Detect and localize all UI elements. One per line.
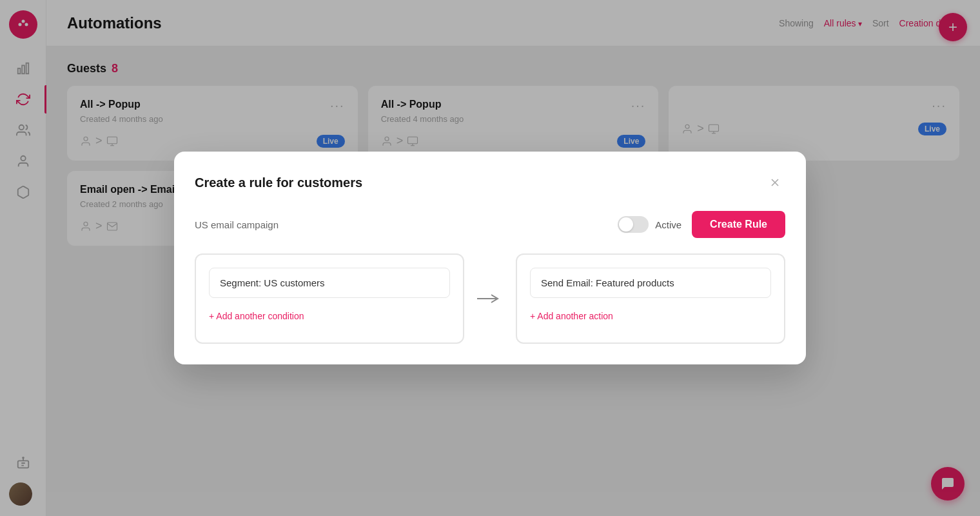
active-label: Active: [655, 219, 681, 230]
create-rule-button[interactable]: Create Rule: [692, 211, 785, 238]
toolbar-right: Active Create Rule: [618, 211, 785, 238]
conditions-box: Segment: US customers + Add another cond…: [195, 253, 464, 344]
close-icon: [769, 176, 781, 189]
modal-toolbar: US email campaign Active Create Rule: [195, 211, 785, 238]
condition-item[interactable]: Segment: US customers: [209, 268, 450, 298]
rule-builder: Segment: US customers + Add another cond…: [195, 253, 785, 344]
active-toggle[interactable]: [618, 216, 649, 233]
active-toggle-container: Active: [618, 216, 681, 233]
actions-box: Send Email: Featured products + Add anot…: [516, 253, 785, 344]
add-condition-button[interactable]: + Add another condition: [209, 308, 450, 324]
modal-title: Create a rule for customers: [195, 175, 362, 190]
toggle-thumb: [619, 217, 633, 232]
add-action-button[interactable]: + Add another action: [530, 308, 771, 324]
arrow-icon: [477, 291, 503, 306]
action-item[interactable]: Send Email: Featured products: [530, 268, 771, 298]
create-rule-modal: Create a rule for customers US email cam…: [174, 152, 806, 364]
close-button[interactable]: [765, 172, 785, 193]
modal-overlay[interactable]: Create a rule for customers US email cam…: [0, 0, 980, 516]
flow-arrow-connector: [464, 253, 516, 344]
campaign-name: US email campaign: [195, 219, 279, 230]
modal-header: Create a rule for customers: [195, 172, 785, 193]
